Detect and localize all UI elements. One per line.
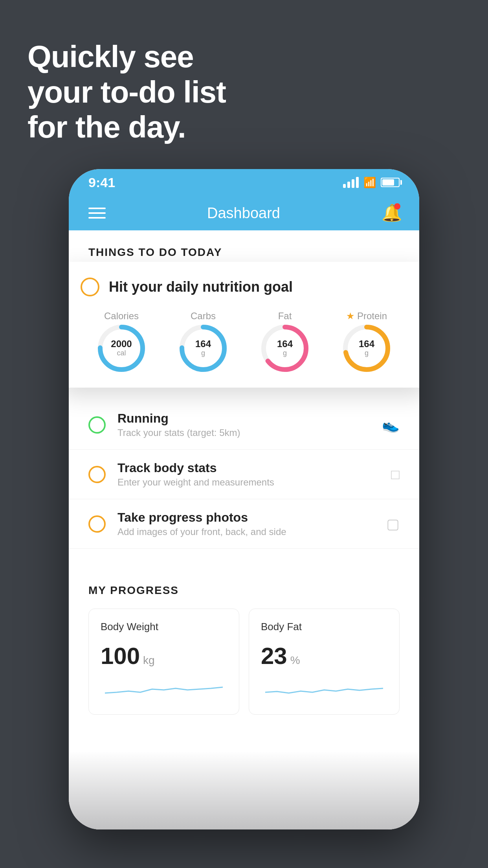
nutrition-grid: Calories 2000 cal — [81, 311, 407, 372]
todo-item-body-stats[interactable]: Track body stats Enter your weight and m… — [69, 450, 419, 499]
body-stats-name: Track body stats — [117, 461, 379, 475]
running-desc: Track your stats (target: 5km) — [117, 427, 370, 438]
body-fat-chart — [261, 677, 387, 701]
status-icons: 📶 — [343, 177, 400, 189]
card-header: Hit your daily nutrition goal — [81, 278, 407, 296]
running-name: Running — [117, 411, 370, 426]
progress-section: MY PROGRESS Body Weight 100 kg Body Fat — [69, 565, 419, 734]
todo-list: Running Track your stats (target: 5km) 👟… — [69, 400, 419, 549]
protein-unit: g — [359, 349, 374, 358]
phone-mockup: 9:41 📶 Dashboard 🔔 — [69, 169, 419, 829]
nutrition-card-title: Hit your daily nutrition goal — [109, 279, 293, 295]
notification-dot — [394, 203, 400, 210]
calories-label: Calories — [104, 311, 139, 322]
nav-bar: Dashboard 🔔 — [69, 196, 419, 230]
body-fat-value-wrap: 23 % — [261, 642, 387, 669]
progress-title: MY PROGRESS — [88, 584, 400, 597]
todo-item-running[interactable]: Running Track your stats (target: 5km) 👟 — [69, 400, 419, 450]
body-stats-desc: Enter your weight and measurements — [117, 477, 379, 488]
calories-donut: 2000 cal — [98, 325, 145, 372]
headline: Quickly see your to-do list for the day. — [28, 39, 226, 145]
todo-check-circle — [81, 278, 99, 296]
fat-unit: g — [277, 349, 293, 358]
status-time: 9:41 — [88, 175, 115, 190]
hamburger-menu-icon[interactable] — [88, 208, 106, 219]
body-stats-text: Track body stats Enter your weight and m… — [117, 461, 379, 488]
body-fat-title: Body Fat — [261, 621, 387, 633]
calories-unit: cal — [111, 349, 132, 358]
body-stats-check-circle — [88, 466, 106, 483]
camera-icon: ▢ — [386, 516, 400, 532]
running-check-circle — [88, 416, 106, 434]
photos-check-circle — [88, 515, 106, 533]
shoe-icon: 👟 — [382, 417, 400, 433]
body-fat-number: 23 — [261, 642, 287, 669]
calories-value: 2000 — [111, 339, 132, 349]
status-bar: 9:41 📶 — [69, 169, 419, 196]
nutrition-fat: Fat 164 g — [261, 311, 308, 372]
carbs-label: Carbs — [191, 311, 216, 322]
nutrition-calories: Calories 2000 cal — [98, 311, 145, 372]
body-weight-number: 100 — [101, 642, 140, 669]
protein-label-wrap: ★ Protein — [346, 311, 387, 322]
things-section: THINGS TO DO TODAY Hit your daily nutrit… — [69, 230, 419, 549]
photos-name: Take progress photos — [117, 510, 374, 525]
photos-text: Take progress photos Add images of your … — [117, 510, 374, 537]
body-fat-card[interactable]: Body Fat 23 % — [249, 609, 400, 715]
scale-icon: □ — [391, 466, 400, 483]
body-weight-title: Body Weight — [101, 621, 227, 633]
star-icon: ★ — [346, 311, 355, 322]
nutrition-card: Hit your daily nutrition goal Calories — [69, 262, 419, 388]
progress-cards: Body Weight 100 kg Body Fat 23 % — [88, 609, 400, 715]
carbs-donut: 164 g — [180, 325, 227, 372]
section-title: THINGS TO DO TODAY — [88, 246, 222, 258]
nutrition-protein: ★ Protein 164 g — [343, 311, 390, 372]
carbs-value: 164 — [195, 339, 211, 349]
todo-item-progress-photos[interactable]: Take progress photos Add images of your … — [69, 499, 419, 549]
signal-bars-icon — [343, 177, 359, 188]
fat-donut: 164 g — [261, 325, 308, 372]
nav-title: Dashboard — [207, 205, 280, 222]
bell-icon[interactable]: 🔔 — [382, 203, 400, 223]
body-weight-unit: kg — [143, 654, 155, 667]
wifi-icon: 📶 — [363, 177, 376, 189]
fat-value: 164 — [277, 339, 293, 349]
running-text: Running Track your stats (target: 5km) — [117, 411, 370, 438]
protein-donut: 164 g — [343, 325, 390, 372]
protein-label: Protein — [357, 311, 387, 322]
phone-content: THINGS TO DO TODAY Hit your daily nutrit… — [69, 230, 419, 829]
phone-bottom-overlay — [69, 751, 419, 829]
battery-icon — [381, 178, 400, 187]
protein-value: 164 — [359, 339, 374, 349]
nutrition-carbs: Carbs 164 g — [180, 311, 227, 372]
section-header: THINGS TO DO TODAY — [69, 230, 419, 267]
carbs-unit: g — [195, 349, 211, 358]
body-weight-value-wrap: 100 kg — [101, 642, 227, 669]
body-fat-unit: % — [290, 654, 300, 667]
photos-desc: Add images of your front, back, and side — [117, 526, 374, 537]
body-weight-chart — [101, 677, 227, 701]
body-weight-card[interactable]: Body Weight 100 kg — [88, 609, 239, 715]
fat-label: Fat — [278, 311, 292, 322]
